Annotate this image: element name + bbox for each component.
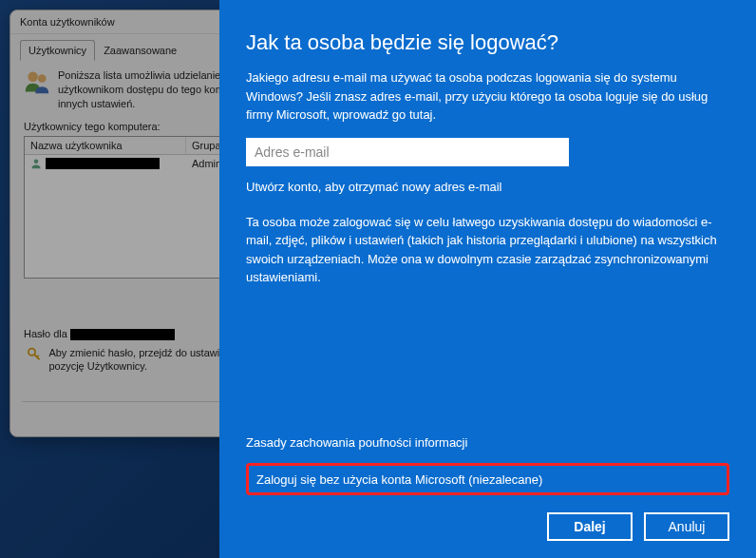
tab-advanced[interactable]: Zaawansowane (95, 40, 185, 61)
signin-panel: Jak ta osoba będzie się logować? Jakiego… (219, 0, 756, 558)
panel-title: Jak ta osoba będzie się logować? (246, 30, 729, 55)
local-account-highlight: Zaloguj się bez użycia konta Microsoft (… (246, 463, 729, 495)
redacted-username-2 (70, 329, 175, 340)
dialog-title: Konta użytkowników (20, 16, 115, 28)
email-input[interactable] (246, 138, 569, 166)
next-button[interactable]: Dalej (547, 512, 633, 541)
tab-users[interactable]: Użytkownicy (20, 40, 95, 61)
column-username[interactable]: Nazwa użytkownika (25, 137, 186, 154)
svg-point-0 (28, 72, 38, 83)
panel-description-2: Ta osoba może zalogować się w celu łatwe… (246, 213, 729, 287)
cancel-button[interactable]: Anuluj (644, 512, 729, 541)
create-account-link[interactable]: Utwórz konto, aby otrzymać nowy adres e-… (246, 180, 729, 194)
svg-point-2 (34, 159, 39, 164)
redacted-username (46, 158, 160, 169)
local-account-link[interactable]: Zaloguj się bez użycia konta Microsoft (… (256, 472, 542, 487)
users-icon (24, 68, 50, 95)
svg-point-3 (28, 348, 35, 355)
privacy-link[interactable]: Zasady zachowania poufności informacji (246, 435, 729, 450)
key-icon (28, 346, 41, 363)
svg-point-1 (38, 74, 47, 83)
person-icon (30, 158, 42, 169)
panel-description-1: Jakiego adresu e-mail ma używać ta osoba… (246, 68, 729, 125)
panel-footer: Dalej Anuluj (246, 512, 729, 541)
